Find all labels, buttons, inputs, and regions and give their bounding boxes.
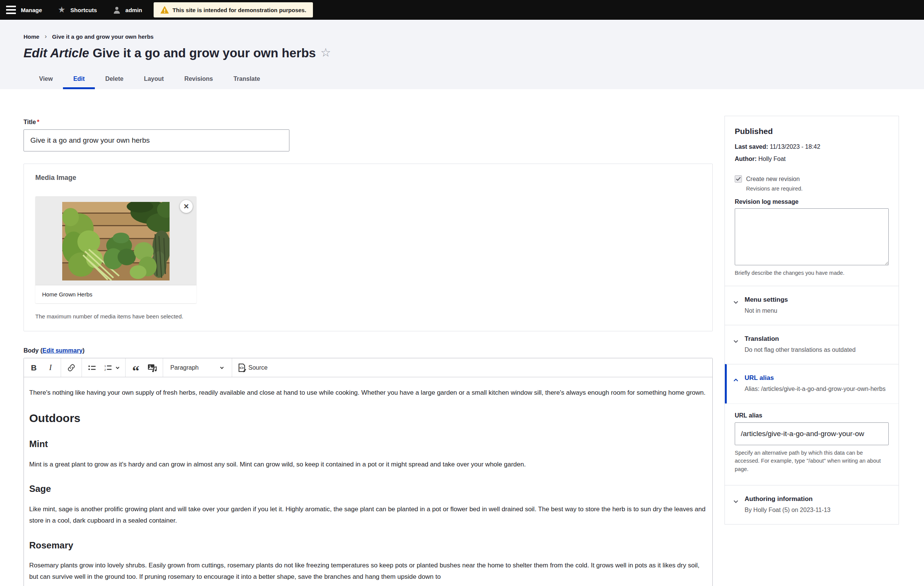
edit-summary-link[interactable]: Edit summary — [43, 347, 82, 354]
chevron-down-icon — [219, 365, 224, 371]
toolbar-separator — [82, 358, 82, 377]
breadcrumb-current-link[interactable]: Give it a go and grow your own herbs — [52, 33, 153, 40]
page-title-text: Give it a go and grow your own herbs — [92, 46, 316, 60]
title-field-label: Title* — [23, 119, 40, 125]
warning-icon — [160, 6, 169, 14]
media-image-fieldset: Media Image — [23, 164, 713, 331]
bulleted-list-icon — [87, 363, 97, 372]
url-alias-input[interactable] — [735, 422, 889, 445]
create-new-revision-checkbox[interactable] — [735, 175, 742, 182]
create-new-revision-label: Create new revision — [746, 176, 800, 182]
chevron-up-icon — [733, 377, 739, 384]
body-field-label: Body (Edit summary) — [23, 347, 713, 354]
tab-edit[interactable]: Edit — [63, 70, 95, 89]
body-editor: B I 12 “ — [23, 358, 713, 586]
revision-required-note: Revisions are required. — [746, 185, 889, 192]
page-header: Home › Give it a go and grow your own he… — [0, 20, 924, 89]
body-paragraph-sage: Like mint, sage is another prolific grow… — [29, 504, 706, 526]
authoring-information-section[interactable]: Authoring information By Holly Foat (5) … — [725, 485, 899, 524]
tab-revisions[interactable]: Revisions — [174, 70, 223, 89]
hamburger-icon[interactable] — [6, 6, 16, 14]
media-icon — [148, 363, 157, 372]
italic-button[interactable]: I — [42, 360, 59, 376]
edit-form-column: Title* Media Image — [23, 89, 713, 586]
source-icon: <> — [237, 363, 246, 372]
revision-log-textarea[interactable] — [735, 209, 889, 265]
numbered-list-button[interactable]: 12 — [101, 360, 123, 376]
check-icon — [736, 177, 741, 181]
bold-button[interactable]: B — [25, 360, 42, 376]
chevron-down-icon — [733, 299, 739, 306]
remove-media-button[interactable]: ✕ — [180, 200, 193, 213]
revision-log-help: Briefly describe the changes you have ma… — [735, 270, 889, 276]
demo-warning-text: This site is intended for demonstration … — [173, 7, 307, 13]
admin-toolbar: Manage ★ Shortcuts admin This site is in… — [0, 0, 924, 20]
media-max-message: The maximum number of media items have b… — [35, 313, 701, 319]
user-menu-item[interactable]: admin — [125, 7, 142, 13]
url-alias-help: Specify an alternative path by which thi… — [735, 449, 889, 473]
tab-view[interactable]: View — [29, 70, 63, 89]
last-saved-row: Last saved: 11/13/2023 - 18:42 — [735, 144, 889, 150]
numbered-list-icon: 12 — [104, 363, 113, 372]
breadcrumb-separator-icon: › — [45, 33, 47, 40]
manage-menu-item[interactable]: Manage — [21, 7, 42, 13]
publish-status: Published — [735, 127, 889, 136]
quote-icon: “ — [132, 370, 140, 373]
toolbar-separator — [125, 358, 125, 377]
page-title-prefix: Edit Article — [23, 46, 89, 60]
toolbar-separator — [232, 358, 232, 377]
close-icon: ✕ — [183, 202, 189, 211]
url-alias-label: URL alias — [735, 412, 889, 419]
shortcuts-star-icon: ★ — [58, 6, 66, 14]
svg-text:2: 2 — [104, 368, 106, 372]
toolbar-separator — [61, 358, 61, 377]
chevron-down-icon — [733, 498, 739, 505]
paragraph-format-select[interactable]: Paragraph — [165, 364, 230, 371]
body-heading-sage: Sage — [29, 483, 706, 495]
bulleted-list-button[interactable] — [84, 360, 101, 376]
url-alias-panel: URL alias Specify an alternative path by… — [725, 404, 899, 485]
svg-text:1: 1 — [104, 364, 106, 368]
tab-translate[interactable]: Translate — [223, 70, 270, 89]
body-paragraph-intro: There's nothing like having your own sup… — [29, 387, 706, 399]
editor-toolbar: B I 12 “ — [24, 358, 712, 377]
breadcrumb-home-link[interactable]: Home — [23, 33, 40, 40]
entity-meta-sidebar: Published Last saved: 11/13/2023 - 18:42… — [724, 116, 899, 525]
source-button[interactable]: <> Source — [234, 360, 271, 376]
body-heading-mint: Mint — [29, 439, 706, 450]
body-heading-outdoors: Outdoors — [29, 411, 706, 425]
media-image-legend: Media Image — [35, 174, 701, 182]
body-heading-rosemary: Rosemary — [29, 540, 706, 551]
url-alias-section[interactable]: URL alias Alias: /articles/give-it-a-go-… — [725, 364, 899, 403]
tab-delete[interactable]: Delete — [95, 70, 134, 89]
translation-section[interactable]: Translation Do not flag other translatio… — [725, 325, 899, 364]
required-asterisk: * — [37, 119, 40, 125]
page-title: Edit Article Give it a go and grow your … — [23, 46, 899, 60]
status-block: Published Last saved: 11/13/2023 - 18:42… — [725, 116, 899, 171]
title-input[interactable] — [23, 129, 289, 151]
link-button[interactable] — [63, 360, 80, 376]
revision-block: Create new revision Revisions are requir… — [725, 171, 899, 286]
menu-settings-section[interactable]: Menu settings Not in menu — [725, 286, 899, 325]
body-paragraph-rosemary: Rosemary plants grow into lovely shrubs.… — [29, 560, 706, 583]
toolbar-separator — [163, 358, 163, 377]
body-paragraph-mint: Mint is a great plant to grow as it's ha… — [29, 459, 706, 470]
primary-tabs: View Edit Delete Layout Revisions Transl… — [23, 70, 899, 89]
chevron-down-icon — [115, 365, 120, 371]
media-thumbnail-herbs — [62, 202, 170, 280]
media-caption: Home Grown Herbs — [35, 285, 196, 303]
tab-layout[interactable]: Layout — [134, 70, 174, 89]
media-item-card: ✕ Home Grown Herbs — [35, 196, 196, 303]
author-row: Author: Holly Foat — [735, 156, 889, 162]
shortcuts-menu-item[interactable]: Shortcuts — [71, 7, 97, 13]
user-icon — [113, 6, 120, 14]
star-outline-icon: ☆ — [320, 46, 331, 59]
blockquote-button[interactable]: “ — [127, 360, 144, 376]
demo-warning-banner: This site is intended for demonstration … — [153, 2, 314, 17]
body-editor-content[interactable]: There's nothing like having your own sup… — [24, 377, 712, 586]
revision-log-label: Revision log message — [735, 199, 889, 205]
svg-text:<>: <> — [239, 366, 244, 370]
chevron-down-icon — [733, 338, 739, 344]
link-icon — [67, 364, 76, 372]
insert-media-button[interactable] — [144, 360, 161, 376]
